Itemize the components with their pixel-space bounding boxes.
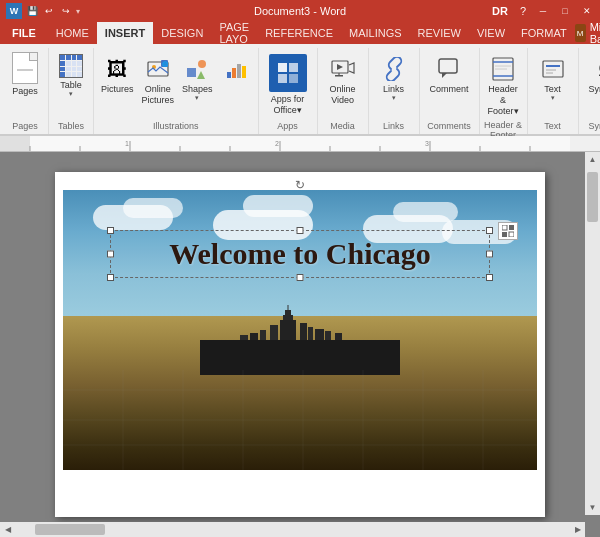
svg-rect-49 xyxy=(280,320,296,340)
file-tab[interactable]: FILE xyxy=(0,22,48,44)
handle-tl[interactable] xyxy=(107,227,114,234)
links-group-label: Links xyxy=(383,119,404,134)
svg-rect-7 xyxy=(227,72,231,78)
scroll-thumb-h[interactable] xyxy=(35,524,105,535)
header-footer-btn[interactable]: Header &Footer▾ xyxy=(484,52,523,118)
online-pictures-label: OnlinePictures xyxy=(142,84,175,106)
tables-group-label: Tables xyxy=(58,119,84,134)
handle-tr[interactable] xyxy=(486,227,493,234)
tab-page-layout[interactable]: PAGE LAYO xyxy=(211,22,257,44)
ribbon-group-links: Links ▾ Links xyxy=(369,48,420,134)
cloud-2 xyxy=(123,198,183,218)
svg-rect-53 xyxy=(260,330,266,340)
smartart-btn[interactable] xyxy=(218,52,254,86)
apps-for-office-btn[interactable]: Apps forOffice▾ xyxy=(265,52,311,118)
ribbon-group-comments: Comment Comments xyxy=(420,48,480,134)
handle-ml[interactable] xyxy=(107,251,114,258)
table-btn[interactable]: Table ▾ xyxy=(55,52,87,100)
svg-rect-8 xyxy=(232,68,236,78)
undo-quick-btn[interactable]: ↩ xyxy=(42,4,56,18)
tab-review[interactable]: REVIEW xyxy=(410,22,469,44)
links-btn[interactable]: Links ▾ xyxy=(375,52,413,104)
svg-marker-16 xyxy=(337,64,343,70)
handle-mr[interactable] xyxy=(486,251,493,258)
qa-dropdown[interactable]: ▾ xyxy=(76,7,80,16)
tab-design[interactable]: DESIGN xyxy=(153,22,211,44)
tab-mailings[interactable]: MAILINGS xyxy=(341,22,410,44)
shapes-icon xyxy=(182,54,212,84)
page: ↻ Welcome to Chicago xyxy=(55,172,545,517)
shapes-dropdown: ▾ xyxy=(195,94,199,102)
close-btn[interactable]: ✕ xyxy=(578,3,596,19)
text-box-container[interactable]: Welcome to Chicago xyxy=(110,230,490,278)
svg-rect-73 xyxy=(509,232,514,237)
links-icon xyxy=(379,54,409,84)
redo-quick-btn[interactable]: ↪ xyxy=(59,4,73,18)
symbols-label: Symbols xyxy=(589,84,600,94)
svg-rect-55 xyxy=(315,329,324,340)
save-quick-btn[interactable]: 💾 xyxy=(25,4,39,18)
shapes-btn[interactable]: Shapes ▾ xyxy=(179,52,216,104)
smartart-icon xyxy=(221,54,251,84)
online-video-label: OnlineVideo xyxy=(330,84,356,106)
handle-bl[interactable] xyxy=(107,274,114,281)
comment-btn[interactable]: Comment xyxy=(426,52,473,96)
cloud-6 xyxy=(393,202,458,222)
scroll-thumb-v[interactable] xyxy=(587,172,598,222)
svg-rect-31 xyxy=(30,136,570,151)
tab-view[interactable]: VIEW xyxy=(469,22,513,44)
pictures-icon: 🖼 xyxy=(102,54,132,84)
online-pictures-btn[interactable]: 🌐 OnlinePictures xyxy=(139,52,178,108)
ruler: 1 2 3 xyxy=(0,136,600,152)
svg-rect-30 xyxy=(0,136,30,151)
comment-icon xyxy=(434,54,464,84)
pictures-btn[interactable]: 🖼 Pictures xyxy=(98,52,137,96)
pages-group-content: Pages xyxy=(8,48,42,119)
quick-access-area: W 💾 ↩ ↪ ▾ xyxy=(0,3,80,19)
handle-br[interactable] xyxy=(486,274,493,281)
header-footer-label: Header &Footer▾ xyxy=(488,84,519,116)
scrollbar-horizontal[interactable]: ◀ ▶ xyxy=(0,522,585,537)
svg-rect-4 xyxy=(187,68,196,77)
svg-rect-71 xyxy=(509,225,514,230)
svg-rect-26 xyxy=(543,61,563,77)
scroll-up-btn[interactable]: ▲ xyxy=(585,152,600,167)
scrollbar-vertical[interactable]: ▲ ▼ xyxy=(585,152,600,515)
scroll-down-btn[interactable]: ▼ xyxy=(585,500,600,515)
tab-home[interactable]: HOME xyxy=(48,22,97,44)
scroll-left-btn[interactable]: ◀ xyxy=(0,522,15,537)
online-pictures-icon: 🌐 xyxy=(143,54,173,84)
tab-format[interactable]: FORMAT xyxy=(513,22,575,44)
window-title: Document3 - Word xyxy=(254,5,346,17)
svg-rect-58 xyxy=(335,333,342,340)
minimize-btn[interactable]: ─ xyxy=(534,3,552,19)
tab-references[interactable]: REFERENCE xyxy=(257,22,341,44)
page-line xyxy=(17,69,33,71)
media-content: OnlineVideo xyxy=(324,48,362,119)
scroll-right-btn[interactable]: ▶ xyxy=(570,522,585,537)
svg-marker-6 xyxy=(197,71,205,79)
svg-rect-11 xyxy=(278,63,287,72)
apps-group-label: Apps xyxy=(277,119,298,134)
text-dropdown: ▾ xyxy=(551,94,555,102)
handle-tc[interactable] xyxy=(297,227,304,234)
online-video-btn[interactable]: OnlineVideo xyxy=(324,52,362,108)
symbols-btn[interactable]: Ω Symbols ▾ xyxy=(585,52,600,104)
svg-rect-14 xyxy=(289,74,298,83)
text-content: Text ▾ xyxy=(534,48,572,119)
restore-btn[interactable]: □ xyxy=(556,3,574,19)
svg-rect-51 xyxy=(300,323,307,340)
handle-bc[interactable] xyxy=(297,274,304,281)
user-name: Mitch Bar... xyxy=(590,21,600,45)
word-icon: W xyxy=(6,3,22,19)
tab-insert[interactable]: INSERT xyxy=(97,22,153,44)
pages-btn[interactable]: Pages xyxy=(8,50,42,98)
menu-bar: FILE HOME INSERT DESIGN PAGE LAYO REFERE… xyxy=(0,22,600,44)
svg-rect-17 xyxy=(335,75,343,77)
layout-options-btn[interactable] xyxy=(498,222,518,240)
svg-rect-57 xyxy=(240,335,248,340)
help-btn[interactable]: ? xyxy=(516,5,530,17)
ribbon-group-symbols: Ω Symbols ▾ Symbols xyxy=(579,48,600,134)
text-btn[interactable]: Text ▾ xyxy=(534,52,572,104)
svg-point-5 xyxy=(198,60,206,68)
